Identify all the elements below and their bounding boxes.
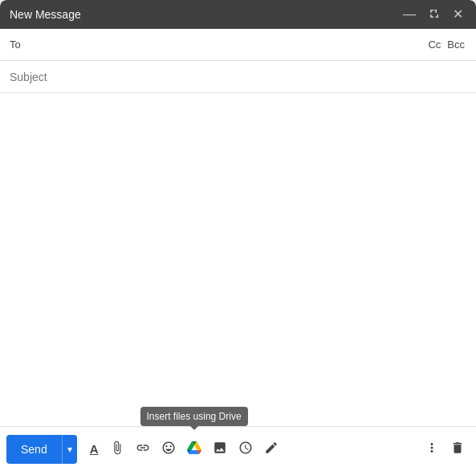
more-options-button[interactable]	[420, 436, 444, 463]
cc-bcc-buttons: Cc Bcc	[426, 39, 466, 51]
compose-body	[0, 93, 476, 426]
close-button[interactable]: ✕	[450, 6, 466, 22]
expand-button[interactable]	[425, 6, 443, 23]
link-icon	[136, 441, 150, 458]
discard-icon	[450, 441, 465, 458]
link-button[interactable]	[131, 436, 155, 463]
cc-button[interactable]: Cc	[426, 39, 442, 51]
subject-field	[0, 61, 476, 93]
minimize-icon: —	[403, 8, 416, 21]
minimize-button[interactable]: —	[400, 6, 419, 22]
send-button-container: Send ▾	[6, 435, 77, 464]
send-dropdown-icon: ▾	[67, 444, 72, 455]
drive-tooltip-container: Insert files using Drive	[182, 436, 206, 463]
confidential-button[interactable]	[234, 436, 258, 463]
to-field: To Cc Bcc	[0, 29, 476, 61]
drive-button[interactable]	[182, 436, 206, 463]
emoji-icon	[161, 441, 176, 458]
more-options-icon	[425, 441, 439, 458]
compose-header: New Message — ✕	[0, 0, 476, 29]
format-text-icon: A	[90, 442, 99, 456]
compose-title: New Message	[10, 8, 81, 21]
body-textarea[interactable]	[10, 99, 466, 420]
send-button[interactable]: Send	[6, 435, 62, 464]
bcc-button[interactable]: Bcc	[445, 39, 466, 51]
send-dropdown-button[interactable]: ▾	[62, 435, 77, 464]
photo-button[interactable]	[208, 436, 232, 463]
to-input[interactable]	[29, 39, 426, 51]
to-label: To	[10, 39, 22, 51]
compose-toolbar: Send ▾ A	[0, 426, 476, 471]
format-text-button[interactable]: A	[85, 437, 104, 461]
confidential-icon	[238, 441, 253, 458]
photo-icon	[213, 441, 227, 458]
close-icon: ✕	[453, 8, 463, 21]
attach-button[interactable]	[105, 436, 129, 463]
expand-icon	[429, 8, 440, 22]
header-actions: — ✕	[400, 6, 466, 23]
compose-window: New Message — ✕ To Cc Bcc	[0, 0, 476, 471]
emoji-button[interactable]	[157, 436, 181, 463]
attach-icon	[110, 441, 124, 458]
subject-input[interactable]	[10, 71, 466, 83]
signature-icon	[264, 441, 279, 458]
discard-button[interactable]	[445, 436, 470, 463]
signature-button[interactable]	[259, 436, 283, 463]
drive-icon	[187, 441, 201, 458]
